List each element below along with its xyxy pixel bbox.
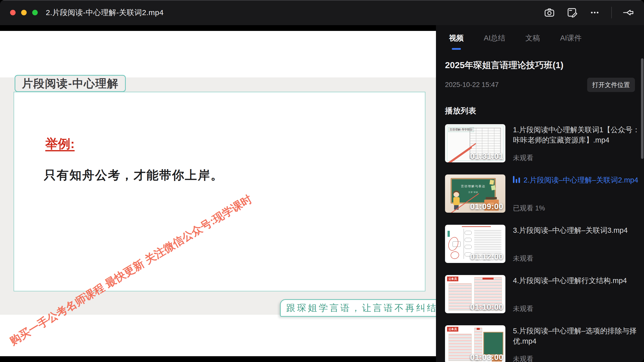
thumbnail-2: 言语理解与表达 主讲 琛姐 01:09:00: [445, 174, 505, 213]
thumb3-tag-art: [448, 231, 450, 237]
item5-status: 未观看: [513, 354, 641, 362]
tab-ai-summary[interactable]: AI总结: [484, 33, 505, 50]
thumb5-badge: 公务员: [447, 327, 458, 332]
duration-badge-5: 01:03:00: [470, 353, 503, 362]
slide-header-box: 片段阅读-中心理解: [15, 75, 126, 92]
item3-status: 未观看: [513, 254, 641, 263]
course-title: 2025年琛姐言语理论技巧班(1): [445, 59, 644, 71]
tab-bar: 视频 AI总结 文稿 AI课件: [449, 33, 644, 50]
meta-row: 2025-10-22 15:47 打开文件位置: [445, 78, 644, 92]
playlist-section-label: 播放列表: [445, 106, 644, 116]
item2-status: 已观看 1%: [513, 204, 641, 213]
thumbnail-3: 01:12:00: [445, 225, 505, 263]
item2-info: 2.片段阅读–中心理解–关联词2.mp4 已观看 1%: [513, 174, 641, 213]
sidebar-panel: 视频 AI总结 文稿 AI课件 2025年琛姐言语理论技巧班(1): [436, 25, 644, 362]
thumb3-headline-art: [462, 226, 491, 227]
playlist-item-1[interactable]: 言语理解-导学部分 01:31:01 1.片段阅读中心理解关联词1【公众号：咔咔…: [445, 124, 644, 163]
item4-status: 未观看: [513, 304, 641, 314]
titlebar-actions: [543, 7, 644, 19]
duration-badge-2: 01:09:00: [470, 202, 503, 211]
now-playing-icon: [513, 176, 520, 183]
sidebar-scrollbar[interactable]: [641, 58, 643, 159]
item2-title: 2.片段阅读–中心理解–关联词2.mp4: [513, 175, 641, 185]
duration-badge-3: 01:12:00: [470, 252, 503, 261]
item5-title: 5.片段阅读–中心理解–选项的排除与择优.mp4: [513, 326, 641, 346]
playlist-item-5[interactable]: 公务员 01:03:00 5.片段阅读–中心理解–选项的排除与择优.mp4 未观…: [445, 325, 644, 362]
tab-transcript[interactable]: 文稿: [525, 33, 540, 50]
example-sentence: 只有知舟公考，才能带你上岸。: [44, 167, 223, 183]
item1-status: 未观看: [513, 153, 641, 163]
item3-title: 3.片段阅读–中心理解–关联词3.mp4: [513, 225, 641, 236]
open-file-location-button[interactable]: 打开文件位置: [587, 78, 635, 92]
thumbnail-1: 言语理解-导学部分 01:31:01: [445, 124, 505, 162]
video-frame: 片段阅读-中心理解 举例: 只有知舟公考，才能带你上岸。 跟琛姐学言语，让言语不…: [0, 31, 436, 356]
more-ellipsis-icon[interactable]: [589, 7, 601, 19]
thumb2-sticky-note2: [491, 185, 496, 191]
window-title: 2.片段阅读-中心理解-关联词2.mp4: [46, 8, 164, 18]
slide-footer-note-box: 跟琛姐学言语，让言语不再纠结: [280, 299, 436, 317]
app-window: 2.片段阅读-中心理解-关联词2.mp4: [0, 0, 644, 362]
camera-screenshot-icon[interactable]: [543, 7, 555, 19]
slide-footer-note-text: 跟琛姐学言语，让言语不再纠结: [281, 302, 436, 314]
item1-info: 1.片段阅读中心理解关联词1【公众号：咔咔老师的宝藏资源库】.mp4 未观看: [513, 124, 641, 163]
minimize-button[interactable]: [21, 10, 27, 15]
slide-content-box: 举例: 只有知舟公考，才能带你上岸。: [14, 92, 425, 291]
tab-ai-courseware[interactable]: AI课件: [560, 33, 581, 50]
file-date: 2025-10-22 15:47: [445, 81, 499, 89]
close-button[interactable]: [10, 10, 16, 15]
titlebar-divider: [611, 7, 612, 18]
item3-info: 3.片段阅读–中心理解–关联词3.mp4 未观看: [513, 225, 641, 263]
main-area: 片段阅读-中心理解 举例: 只有知舟公考，才能带你上岸。 跟琛姐学言语，让言语不…: [0, 25, 644, 362]
traffic-lights: [10, 10, 38, 15]
thumb2-sticky-note: [490, 180, 494, 185]
playlist: 言语理解-导学部分 01:31:01 1.片段阅读中心理解关联词1【公众号：咔咔…: [445, 124, 644, 362]
thumb3-scribble-art: [447, 236, 460, 252]
item4-title: 4.片段阅读–中心理解行文结构.mp4: [513, 276, 641, 286]
thumb4-badge: 公务员: [447, 277, 458, 281]
example-label: 举例:: [45, 135, 75, 152]
thumb4-text-column-art: [449, 284, 472, 311]
playlist-item-3[interactable]: 01:12:00 3.片段阅读–中心理解–关联词3.mp4 未观看: [445, 225, 644, 263]
playlist-item-4[interactable]: 公务员 01:10:00 4.片段阅读–中心理解行文结构.mp4 未观看: [445, 275, 644, 314]
item1-title: 1.片段阅读中心理解关联词1【公众号：咔咔老师的宝藏资源库】.mp4: [513, 125, 641, 145]
duration-badge-1: 01:31:01: [470, 152, 503, 161]
note-edit-icon[interactable]: [566, 7, 578, 19]
thumb5-chalkboard-art: [483, 332, 503, 355]
thumbnail-5: 公务员 01:03:00: [445, 325, 505, 362]
active-tab-underline: [452, 48, 461, 50]
tab-video[interactable]: 视频: [449, 33, 464, 50]
thumb5-text-column-art: [449, 334, 472, 361]
playlist-item-2[interactable]: 言语理解与表达 主讲 琛姐 01:09:00: [445, 174, 644, 213]
zoom-button[interactable]: [32, 10, 38, 15]
item4-info: 4.片段阅读–中心理解行文结构.mp4 未观看: [513, 275, 641, 314]
item5-info: 5.片段阅读–中心理解–选项的排除与择优.mp4 未观看: [513, 325, 641, 362]
thumbnail-4: 公务员 01:10:00: [445, 275, 505, 313]
thumb2-board-title: 言语理解与表达: [452, 184, 495, 189]
pin-on-top-icon[interactable]: [622, 7, 634, 19]
title-bar: 2.片段阅读-中心理解-关联词2.mp4: [0, 0, 644, 25]
slide-header-text: 片段阅读-中心理解: [22, 76, 119, 91]
video-player-surface[interactable]: 片段阅读-中心理解 举例: 只有知舟公考，才能带你上岸。 跟琛姐学言语，让言语不…: [0, 25, 436, 362]
duration-badge-4: 01:10:00: [470, 303, 503, 312]
